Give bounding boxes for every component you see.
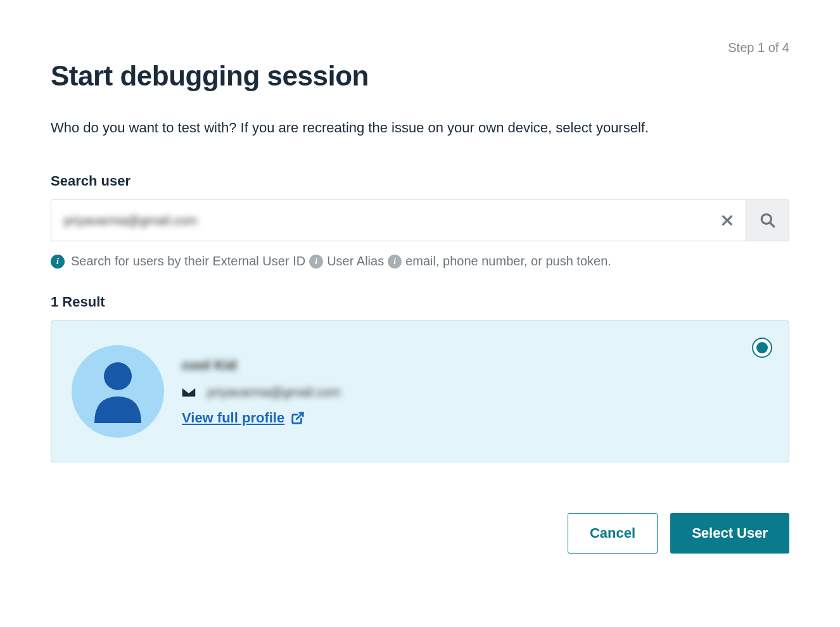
clear-search-button[interactable] bbox=[709, 200, 746, 241]
step-indicator: Step 1 of 4 bbox=[728, 41, 789, 55]
svg-point-4 bbox=[104, 362, 132, 390]
email-row: priyavarma@gmail.com bbox=[182, 385, 768, 400]
results-heading: 1 Result bbox=[51, 294, 789, 310]
user-email: priyavarma@gmail.com bbox=[207, 385, 340, 400]
search-label: Search user bbox=[51, 173, 789, 189]
view-profile-label: View full profile bbox=[182, 410, 284, 426]
search-help-part1: Search for users by their External User … bbox=[71, 254, 305, 269]
person-icon bbox=[89, 360, 146, 423]
external-link-icon bbox=[291, 411, 305, 425]
search-input[interactable] bbox=[64, 213, 696, 228]
result-info: cool Kid priyavarma@gmail.com View full … bbox=[182, 357, 768, 426]
info-icon[interactable]: i bbox=[388, 255, 402, 269]
radio-selected[interactable] bbox=[752, 338, 772, 358]
close-icon bbox=[720, 213, 734, 227]
search-row bbox=[51, 200, 789, 241]
cancel-button[interactable]: Cancel bbox=[568, 513, 658, 554]
svg-line-3 bbox=[770, 223, 773, 227]
search-help-text: Search for users by their External User … bbox=[71, 254, 611, 269]
search-input-wrap bbox=[51, 200, 709, 241]
result-card[interactable]: cool Kid priyavarma@gmail.com View full … bbox=[51, 320, 789, 462]
user-name: cool Kid bbox=[182, 357, 237, 374]
envelope-icon bbox=[182, 387, 196, 397]
info-icon: i bbox=[51, 255, 65, 269]
page-subtitle: Who do you want to test with? If you are… bbox=[51, 117, 789, 138]
search-icon bbox=[760, 212, 776, 229]
page-title: Start debugging session bbox=[51, 60, 369, 92]
search-help-part2: User Alias bbox=[327, 254, 384, 269]
select-user-button[interactable]: Select User bbox=[670, 513, 789, 554]
info-icon[interactable]: i bbox=[309, 255, 323, 269]
search-help-part3: email, phone number, or push token. bbox=[405, 254, 611, 269]
avatar bbox=[72, 345, 164, 438]
view-profile-link[interactable]: View full profile bbox=[182, 410, 305, 426]
search-help-row: i Search for users by their External Use… bbox=[51, 254, 789, 269]
footer-actions: Cancel Select User bbox=[51, 513, 789, 554]
search-button[interactable] bbox=[746, 200, 789, 241]
